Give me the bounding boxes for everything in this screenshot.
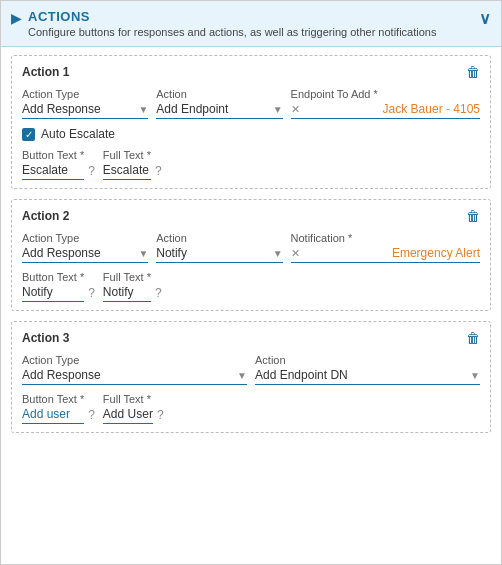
action-2-full-text-group: Full Text * Notify [103,271,151,302]
action-2-action-value: Notify [156,246,187,260]
action-3-action-dropdown[interactable]: Add Endpoint DN ▼ [255,368,480,385]
action-1-header: Action 1 🗑 [22,64,480,80]
action-2-button-text-wrapper: Button Text * Notify ? [22,271,95,302]
actions-panel: ▶ ACTIONS Configure buttons for response… [0,0,502,565]
action-2-type-dropdown[interactable]: Add Response ▼ [22,246,148,263]
action-1-button-text-label: Button Text * [22,149,84,161]
action-2-fields-row: Action Type Add Response ▼ Action Notify… [22,232,480,263]
expand-icon[interactable]: ▶ [11,10,22,26]
action-2-full-text-field[interactable]: Notify [103,285,151,302]
action-2-notification-label: Notification * [291,232,480,244]
action-2-button-text-help-icon[interactable]: ? [88,286,95,300]
action-2-header: Action 2 🗑 [22,208,480,224]
action-3-button-text-help-icon[interactable]: ? [88,408,95,422]
action-3-action-label: Action [255,354,480,366]
action-3-type-arrow: ▼ [237,370,247,381]
collapse-icon[interactable]: ∨ [479,9,491,28]
action-3-type-value: Add Response [22,368,101,382]
action-1-type-value: Add Response [22,102,101,116]
action-3-title: Action 3 [22,331,69,345]
action-3-full-text-value: Add User [103,407,153,421]
action-1-endpoint-clear-icon[interactable]: ✕ [291,103,300,116]
action-2-button-text-field[interactable]: Notify [22,285,84,302]
action-2-button-text-label: Button Text * [22,271,84,283]
action-3-button-text-value: Add user [22,407,70,421]
action-1-full-text-wrapper: Full Text * Escalate ? [103,149,162,180]
action-2-action-group: Action Notify ▼ [156,232,282,263]
action-3-type-dropdown[interactable]: Add Response ▼ [22,368,247,385]
action-2-notification-group: Notification * ✕ Emergency Alert [291,232,480,263]
action-2-full-text-value: Notify [103,285,134,299]
action-1-full-text-label: Full Text * [103,149,151,161]
action-3-button-text-wrapper: Button Text * Add user ? [22,393,95,424]
action-2-type-label: Action Type [22,232,148,244]
action-2-full-text-label: Full Text * [103,271,151,283]
action-1-full-text-field[interactable]: Escalate [103,163,151,180]
action-3-header: Action 3 🗑 [22,330,480,346]
action-3-action-group: Action Add Endpoint DN ▼ [255,354,480,385]
action-2-title: Action 2 [22,209,69,223]
action-2-notification-value: Emergency Alert [392,246,480,260]
action-3-action-arrow: ▼ [470,370,480,381]
action-3-button-text-label: Button Text * [22,393,84,405]
action-2-notification-clear-icon[interactable]: ✕ [291,247,300,260]
action-2-notification-field[interactable]: ✕ Emergency Alert [291,246,480,263]
action-2-full-text-wrapper: Full Text * Notify ? [103,271,162,302]
action-1-full-text-value: Escalate [103,163,149,177]
action-3-type-label: Action Type [22,354,247,366]
action-2-type-value: Add Response [22,246,101,260]
panel-header: ▶ ACTIONS Configure buttons for response… [1,1,501,47]
action-1-button-text-wrapper: Button Text * Escalate ? [22,149,95,180]
action-1-type-dropdown[interactable]: Add Response ▼ [22,102,148,119]
action-1-endpoint-field[interactable]: ✕ Jack Bauer - 4105 [291,102,480,119]
action-1-type-group: Action Type Add Response ▼ [22,88,148,119]
action-1-delete-icon[interactable]: 🗑 [466,64,480,80]
action-1-endpoint-group: Endpoint To Add * ✕ Jack Bauer - 4105 [291,88,480,119]
action-3-full-text-help-icon[interactable]: ? [157,408,164,422]
action-1-full-text-group: Full Text * Escalate [103,149,151,180]
action-2-action-dropdown[interactable]: Notify ▼ [156,246,282,263]
action-1-action-arrow: ▼ [273,104,283,115]
action-2-action-arrow: ▼ [273,248,283,259]
action-3-button-text-group: Button Text * Add user [22,393,84,424]
action-3-button-row: Button Text * Add user ? Full Text * Add… [22,393,480,424]
action-2-button-row: Button Text * Notify ? Full Text * Notif… [22,271,480,302]
action-1-button-row: Button Text * Escalate ? Full Text * Esc… [22,149,480,180]
action-2-delete-icon[interactable]: 🗑 [466,208,480,224]
action-1-auto-escalate-row: ✓ Auto Escalate [22,127,480,141]
panel-subtitle: Configure buttons for responses and acti… [28,26,436,38]
actions-body: Action 1 🗑 Action Type Add Response ▼ Ac… [1,47,501,451]
action-2-button-text-value: Notify [22,285,53,299]
action-3-delete-icon[interactable]: 🗑 [466,330,480,346]
action-1-action-dropdown[interactable]: Add Endpoint ▼ [156,102,282,119]
header-content: ACTIONS Configure buttons for responses … [28,9,436,38]
action-1-full-text-help-icon[interactable]: ? [155,164,162,178]
action-3-full-text-wrapper: Full Text * Add User ? [103,393,164,424]
action-1-button-text-help-icon[interactable]: ? [88,164,95,178]
action-3-button-text-field[interactable]: Add user [22,407,84,424]
action-3-action-value: Add Endpoint DN [255,368,348,382]
action-1-button-text-field[interactable]: Escalate [22,163,84,180]
action-1-endpoint-value: Jack Bauer - 4105 [383,102,480,116]
action-1-button-text-value: Escalate [22,163,68,177]
action-1-action-label: Action [156,88,282,100]
action-1-type-label: Action Type [22,88,148,100]
action-1-action-value: Add Endpoint [156,102,228,116]
action-1-fields-row: Action Type Add Response ▼ Action Add En… [22,88,480,119]
action-2-button-text-group: Button Text * Notify [22,271,84,302]
action-1-button-text-group: Button Text * Escalate [22,149,84,180]
panel-title: ACTIONS [28,9,436,24]
action-2-type-group: Action Type Add Response ▼ [22,232,148,263]
action-1-title: Action 1 [22,65,69,79]
action-1-auto-escalate-label: Auto Escalate [41,127,115,141]
action-3-section: Action 3 🗑 Action Type Add Response ▼ Ac… [11,321,491,433]
action-3-full-text-label: Full Text * [103,393,153,405]
action-3-full-text-field[interactable]: Add User [103,407,153,424]
action-1-auto-escalate-checkbox[interactable]: ✓ [22,128,35,141]
action-1-endpoint-label: Endpoint To Add * [291,88,480,100]
action-2-full-text-help-icon[interactable]: ? [155,286,162,300]
action-1-section: Action 1 🗑 Action Type Add Response ▼ Ac… [11,55,491,189]
header-left: ▶ ACTIONS Configure buttons for response… [11,9,436,38]
action-3-full-text-group: Full Text * Add User [103,393,153,424]
action-2-section: Action 2 🗑 Action Type Add Response ▼ Ac… [11,199,491,311]
